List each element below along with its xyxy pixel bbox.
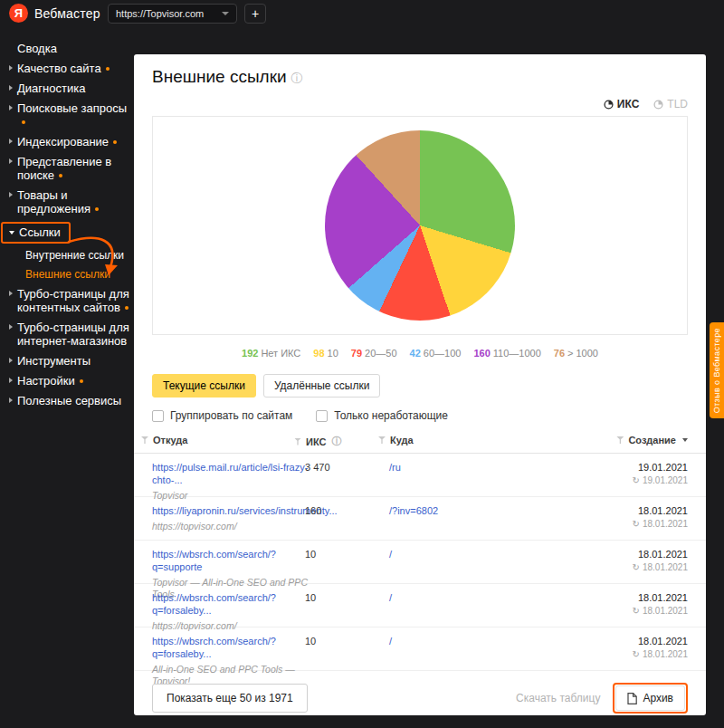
sidebar-section-links: Ссылки (9, 222, 132, 244)
refresh-icon: ↻ (633, 519, 640, 529)
tab-removed-links[interactable]: Удалённые ссылки (263, 374, 381, 398)
table-row: https://wbsrch.com/search/?q=forsaleby..… (134, 627, 706, 671)
download-table-link[interactable]: Скачать таблицу (516, 692, 600, 704)
source-link[interactable]: https://pulse.mail.ru/article/lsi-frazy-… (152, 462, 313, 487)
sidebar-item-label: Турбо-страницы для контентных сайтов (17, 287, 129, 314)
table-row: https://liyapronin.ru/services/instrumen… (134, 497, 706, 541)
notification-dot (59, 174, 62, 177)
sidebar-item-label: Настройки (17, 374, 75, 388)
expand-arrow-icon (9, 85, 13, 91)
filter-icon[interactable] (141, 436, 148, 444)
toggle-tld[interactable]: TLD (653, 98, 688, 110)
expand-arrow-icon (9, 324, 13, 330)
sidebar-item-vneshnie-ssylki[interactable]: Внешние ссылки (9, 268, 132, 282)
sidebar-item-predstavlenie[interactable]: Представление в поиске (9, 155, 132, 182)
sidebar-item-vnutrennie-ssylki[interactable]: Внутренние ссылки (9, 249, 132, 263)
sidebar-item-ssylki[interactable]: Ссылки (9, 225, 61, 239)
tab-current-links[interactable]: Текущие ссылки (152, 374, 256, 398)
sidebar-item-label: Товары и предложения (17, 188, 90, 216)
legend-item: 160110—1000 (473, 348, 540, 359)
sidebar-item-label: Полезные сервисы (17, 394, 121, 407)
iks-value: 10 (305, 636, 316, 647)
notification-dot (80, 379, 83, 383)
toggle-iks[interactable]: ИКС (604, 98, 639, 110)
table-filters: Группировать по сайтам Только неработающ… (152, 409, 448, 422)
checkbox-group-by-sites[interactable]: Группировать по сайтам (152, 409, 292, 422)
column-header-from[interactable]: Откуда (141, 435, 187, 445)
expand-arrow-icon (9, 139, 13, 144)
created-date: 18.01.2021 (633, 549, 688, 560)
column-header-to[interactable]: Куда (378, 435, 414, 445)
sidebar-item-svodka[interactable]: Сводка (9, 42, 132, 55)
checked-date: 19.01.2021 (643, 475, 688, 485)
refresh-icon: ↻ (633, 475, 640, 485)
column-header-created[interactable]: Создание (616, 435, 688, 445)
yandex-logo-icon: Я (9, 4, 28, 23)
expand-arrow-icon (9, 65, 13, 71)
source-link[interactable]: https://liyapronin.ru/services/instrumen… (152, 505, 313, 518)
sidebar-item-kachestvo[interactable]: Качество сайта (9, 62, 132, 75)
table-row: https://wbsrch.com/search/?q=forsaleby..… (134, 584, 706, 627)
created-date: 18.01.2021 (633, 505, 688, 516)
sort-desc-icon[interactable] (682, 438, 688, 442)
toggle-label: TLD (667, 98, 688, 110)
legend-item: 4260—100 (410, 348, 462, 359)
filter-icon[interactable] (294, 438, 301, 445)
created-date: 18.01.2021 (633, 592, 688, 603)
source-link[interactable]: https://wbsrch.com/search/?q=forsaleby..… (152, 636, 313, 661)
table-footer: Показать еще 50 из 1971 Скачать таблицу … (134, 683, 706, 714)
yandex-logo[interactable]: Я Вебмастер (9, 4, 100, 23)
source-link[interactable]: https://wbsrch.com/search/?q=supporte (152, 549, 313, 574)
filter-icon[interactable] (616, 436, 624, 444)
target-link[interactable]: / (389, 549, 516, 561)
info-icon[interactable]: ⓘ (291, 72, 303, 85)
source-link[interactable]: https://wbsrch.com/search/?q=forsaleby..… (152, 592, 313, 618)
target-link[interactable]: / (389, 636, 516, 648)
sidebar-item-label: Диагностика (17, 81, 85, 95)
brand-title: Вебмастер (34, 6, 100, 21)
sidebar-item-label: Поисковые запросы (17, 101, 127, 115)
chart-legend: 192Нет ИКС 9810 7920—50 4260—100 160110—… (134, 348, 706, 359)
sidebar-item-turbo-content[interactable]: Турбо-страницы для контентных сайтов (9, 287, 132, 314)
expand-arrow-icon (9, 105, 13, 110)
sidebar-item-instrumenty[interactable]: Инструменты (9, 354, 132, 368)
target-link[interactable]: /?inv=6802 (389, 505, 516, 518)
sidebar-item-label: Внешние ссылки (25, 268, 110, 281)
checkbox-only-broken[interactable]: Только неработающие (316, 409, 448, 422)
info-icon[interactable]: ⓘ (331, 435, 341, 448)
show-more-button[interactable]: Показать еще 50 из 1971 (152, 684, 308, 713)
target-link[interactable]: /ru (389, 462, 516, 474)
table-body: https://pulse.mail.ru/article/lsi-frazy-… (134, 454, 706, 671)
legend-item: 192Нет ИКС (242, 348, 300, 359)
sidebar-item-zaprosy[interactable]: Поисковые запросы (9, 101, 132, 129)
sidebar-item-servisy[interactable]: Полезные сервисы (9, 394, 132, 407)
checkbox-label: Только неработающие (334, 409, 448, 422)
sidebar-item-tovary[interactable]: Товары и предложения (9, 188, 132, 216)
pie-chart[interactable] (325, 130, 515, 321)
filter-icon[interactable] (378, 436, 386, 444)
sidebar-item-indeksirovanie[interactable]: Индексирование (9, 135, 132, 148)
expand-arrow-icon (9, 291, 13, 296)
collapse-arrow-icon (9, 231, 14, 235)
sidebar-item-nastroyki[interactable]: Настройки (9, 374, 132, 388)
target-link[interactable]: / (389, 592, 516, 605)
archive-button[interactable]: Архив (615, 685, 685, 711)
expand-arrow-icon (9, 358, 13, 363)
toggle-label: ИКС (617, 98, 639, 110)
feedback-tab[interactable]: Отзыв о Вебмастере (710, 322, 724, 418)
column-header-iks[interactable]: ИКСⓘ (294, 435, 341, 448)
table-row: https://pulse.mail.ru/article/lsi-frazy-… (134, 454, 706, 497)
iks-value: 10 (305, 549, 316, 560)
sidebar-item-diagnostika[interactable]: Диагностика (9, 81, 132, 95)
notification-dot (106, 67, 110, 71)
iks-value: 3 470 (305, 462, 330, 473)
archive-label: Архив (643, 692, 673, 704)
sidebar-item-turbo-shops[interactable]: Турбо-страницы для интернет-магазинов (9, 321, 132, 348)
add-site-button[interactable]: + (244, 4, 266, 24)
checkbox-label: Группировать по сайтам (170, 409, 292, 422)
site-selector[interactable]: https://Topvisor.com (108, 4, 237, 24)
sidebar-item-label: Инструменты (17, 354, 90, 368)
sidebar-item-label: Внутренние ссылки (25, 249, 124, 262)
sidebar-item-label: Качество сайта (17, 62, 101, 75)
expand-arrow-icon (9, 192, 13, 197)
